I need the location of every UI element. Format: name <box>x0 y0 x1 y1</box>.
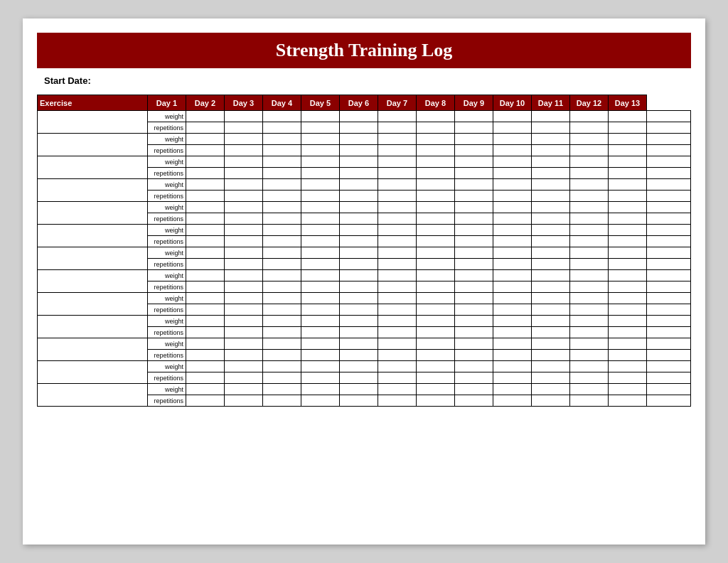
cell-w-ex2-d10[interactable] <box>532 134 570 145</box>
cell-w-ex7-d4[interactable] <box>301 247 340 259</box>
cell-r-ex6-d4[interactable] <box>301 236 340 247</box>
cell-w-ex3-d1[interactable] <box>186 156 225 168</box>
cell-r-ex3-d3[interactable] <box>263 168 301 179</box>
cell-w-ex9-d3[interactable] <box>263 293 301 304</box>
cell-r-ex5-d10[interactable] <box>532 213 570 225</box>
exercise-name-10[interactable] <box>38 316 148 338</box>
cell-r-ex3-d6[interactable] <box>378 168 417 179</box>
cell-r-ex10-d4[interactable] <box>301 327 340 338</box>
cell-r-ex1-d3[interactable] <box>263 122 301 134</box>
cell-r-ex9-d4[interactable] <box>301 304 340 316</box>
cell-w-ex5-d7[interactable] <box>417 202 455 213</box>
cell-r-ex5-d7[interactable] <box>417 213 455 225</box>
cell-w-ex9-d6[interactable] <box>378 293 417 304</box>
cell-w-ex1-d7[interactable] <box>417 111 455 122</box>
cell-w-ex3-d10[interactable] <box>532 156 570 168</box>
cell-w-ex12-d1[interactable] <box>186 361 225 372</box>
cell-r-ex5-d4[interactable] <box>301 213 340 225</box>
cell-w-ex5-d6[interactable] <box>378 202 417 213</box>
cell-w-ex9-d10[interactable] <box>532 293 570 304</box>
cell-w-ex10-d4[interactable] <box>301 316 340 327</box>
cell-w-ex13-d10[interactable] <box>532 384 570 395</box>
cell-r-ex12-d11[interactable] <box>570 372 609 384</box>
cell-r-ex12-d3[interactable] <box>263 372 301 384</box>
cell-w-ex13-d8[interactable] <box>455 384 493 395</box>
cell-w-ex2-d6[interactable] <box>378 134 417 145</box>
cell-r-ex4-d13[interactable] <box>647 191 691 202</box>
cell-w-ex9-d1[interactable] <box>186 293 225 304</box>
cell-w-ex6-d6[interactable] <box>378 225 417 236</box>
cell-r-ex7-d11[interactable] <box>570 259 609 270</box>
cell-w-ex1-d11[interactable] <box>570 111 609 122</box>
cell-w-ex10-d8[interactable] <box>455 316 493 327</box>
cell-r-ex2-d6[interactable] <box>378 145 417 156</box>
cell-r-ex10-d10[interactable] <box>532 327 570 338</box>
cell-r-ex3-d12[interactable] <box>609 168 647 179</box>
cell-w-ex1-d5[interactable] <box>340 111 378 122</box>
cell-r-ex4-d7[interactable] <box>417 191 455 202</box>
cell-w-ex1-d13[interactable] <box>647 111 691 122</box>
cell-r-ex11-d4[interactable] <box>301 350 340 361</box>
cell-r-ex1-d7[interactable] <box>417 122 455 134</box>
cell-r-ex12-d4[interactable] <box>301 372 340 384</box>
cell-r-ex1-d11[interactable] <box>570 122 609 134</box>
cell-w-ex6-d4[interactable] <box>301 225 340 236</box>
cell-w-ex11-d7[interactable] <box>417 338 455 350</box>
cell-w-ex12-d4[interactable] <box>301 361 340 372</box>
cell-w-ex6-d11[interactable] <box>570 225 609 236</box>
cell-r-ex2-d12[interactable] <box>609 145 647 156</box>
cell-r-ex6-d7[interactable] <box>417 236 455 247</box>
cell-r-ex2-d5[interactable] <box>340 145 378 156</box>
cell-r-ex8-d12[interactable] <box>609 282 647 293</box>
cell-w-ex13-d5[interactable] <box>340 384 378 395</box>
cell-r-ex4-d3[interactable] <box>263 191 301 202</box>
cell-w-ex8-d8[interactable] <box>455 270 493 282</box>
cell-w-ex1-d8[interactable] <box>455 111 493 122</box>
cell-r-ex10-d6[interactable] <box>378 327 417 338</box>
exercise-name-7[interactable] <box>38 247 148 270</box>
cell-w-ex5-d10[interactable] <box>532 202 570 213</box>
cell-r-ex8-d11[interactable] <box>570 282 609 293</box>
cell-w-ex3-d11[interactable] <box>570 156 609 168</box>
exercise-name-6[interactable] <box>38 225 148 247</box>
cell-w-ex7-d1[interactable] <box>186 247 225 259</box>
cell-r-ex13-d5[interactable] <box>340 395 378 407</box>
cell-r-ex2-d9[interactable] <box>493 145 532 156</box>
cell-r-ex5-d13[interactable] <box>647 213 691 225</box>
cell-r-ex13-d12[interactable] <box>609 395 647 407</box>
cell-w-ex5-d3[interactable] <box>263 202 301 213</box>
cell-r-ex10-d5[interactable] <box>340 327 378 338</box>
cell-w-ex11-d11[interactable] <box>570 338 609 350</box>
cell-w-ex5-d11[interactable] <box>570 202 609 213</box>
cell-w-ex10-d11[interactable] <box>570 316 609 327</box>
cell-w-ex13-d12[interactable] <box>609 384 647 395</box>
cell-w-ex1-d12[interactable] <box>609 111 647 122</box>
cell-r-ex3-d5[interactable] <box>340 168 378 179</box>
cell-w-ex3-d3[interactable] <box>263 156 301 168</box>
cell-r-ex4-d5[interactable] <box>340 191 378 202</box>
cell-w-ex7-d5[interactable] <box>340 247 378 259</box>
cell-w-ex13-d11[interactable] <box>570 384 609 395</box>
cell-r-ex3-d10[interactable] <box>532 168 570 179</box>
cell-w-ex2-d5[interactable] <box>340 134 378 145</box>
cell-r-ex4-d4[interactable] <box>301 191 340 202</box>
cell-r-ex4-d9[interactable] <box>493 191 532 202</box>
cell-r-ex6-d10[interactable] <box>532 236 570 247</box>
cell-w-ex3-d5[interactable] <box>340 156 378 168</box>
cell-r-ex1-d6[interactable] <box>378 122 417 134</box>
cell-r-ex1-d12[interactable] <box>609 122 647 134</box>
cell-r-ex4-d6[interactable] <box>378 191 417 202</box>
cell-r-ex4-d1[interactable] <box>186 191 225 202</box>
cell-r-ex10-d9[interactable] <box>493 327 532 338</box>
cell-w-ex12-d3[interactable] <box>263 361 301 372</box>
cell-w-ex6-d9[interactable] <box>493 225 532 236</box>
cell-r-ex13-d6[interactable] <box>378 395 417 407</box>
exercise-name-5[interactable] <box>38 202 148 225</box>
cell-r-ex9-d3[interactable] <box>263 304 301 316</box>
cell-w-ex1-d6[interactable] <box>378 111 417 122</box>
cell-r-ex4-d12[interactable] <box>609 191 647 202</box>
exercise-name-1[interactable] <box>38 111 148 134</box>
cell-w-ex11-d3[interactable] <box>263 338 301 350</box>
cell-w-ex7-d6[interactable] <box>378 247 417 259</box>
cell-w-ex13-d1[interactable] <box>186 384 225 395</box>
